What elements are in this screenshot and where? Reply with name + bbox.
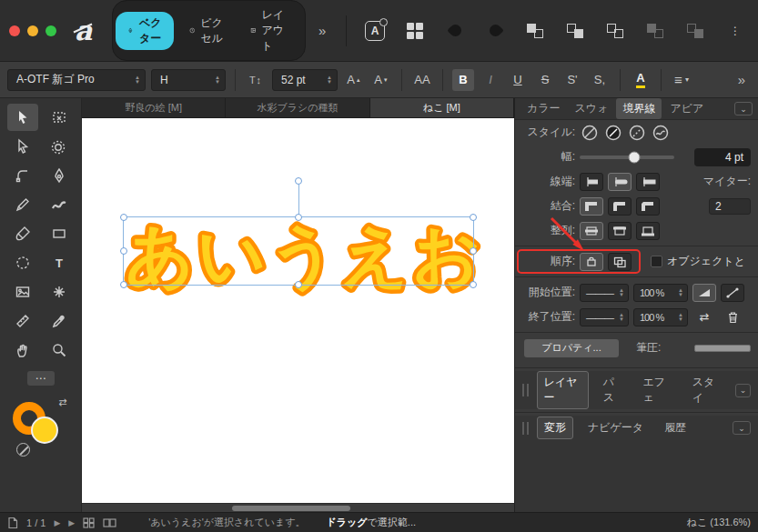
- start-percent-field[interactable]: 100 % ▲▼: [633, 284, 688, 302]
- hand-tool[interactable]: [7, 336, 38, 364]
- join-miter-button[interactable]: [580, 197, 603, 216]
- zoom-tool[interactable]: [44, 336, 75, 364]
- properties-button[interactable]: プロパティ...: [524, 339, 619, 357]
- tab-swatches[interactable]: スウォ: [569, 98, 615, 119]
- tab-appearance[interactable]: アピア: [663, 98, 710, 119]
- artistic-text-icon[interactable]: A: [361, 18, 389, 44]
- ellipse-tool[interactable]: [7, 249, 38, 276]
- profile-editor-button[interactable]: [721, 284, 744, 302]
- style-dashed-button[interactable]: [627, 123, 646, 142]
- tab-history[interactable]: 履歴: [658, 417, 692, 438]
- pencil-tool[interactable]: [7, 191, 38, 218]
- tab-styles[interactable]: スタイ: [686, 372, 727, 408]
- start-line-select[interactable]: ——— ▲▼: [580, 284, 629, 302]
- persona-pixel[interactable]: ピクセル: [177, 12, 235, 50]
- slider-knob[interactable]: [629, 151, 641, 163]
- scale-with-object-checkbox[interactable]: [651, 256, 662, 267]
- tab-color[interactable]: カラー: [520, 98, 567, 119]
- superscript-button[interactable]: S': [561, 69, 583, 91]
- panel-menu-button[interactable]: ⌄: [734, 102, 753, 115]
- more-tools-button[interactable]: ⋯: [27, 371, 55, 386]
- prev-page-button[interactable]: ▶: [54, 518, 60, 527]
- join-round-button[interactable]: [608, 197, 632, 216]
- cap-square-button[interactable]: [636, 173, 660, 191]
- pixel-align-icon[interactable]: [481, 18, 509, 44]
- horizontal-scrollbar[interactable]: [82, 503, 514, 512]
- minimize-window-button[interactable]: [27, 25, 38, 36]
- zoom-window-button[interactable]: [45, 25, 56, 36]
- no-color-swatch[interactable]: [16, 443, 30, 457]
- spread-icon[interactable]: [103, 517, 116, 528]
- miter-value-field[interactable]: 2: [709, 198, 751, 215]
- subscript-button[interactable]: S,: [589, 69, 611, 91]
- capitalization-button[interactable]: AA: [411, 69, 433, 91]
- pages-grid-icon[interactable]: [83, 517, 95, 528]
- corner-tool[interactable]: [7, 162, 38, 189]
- rotation-handle[interactable]: [295, 177, 302, 185]
- panel-menu-button[interactable]: ⌄: [733, 421, 751, 435]
- underline-button[interactable]: U: [507, 69, 529, 91]
- order-duplicate-button[interactable]: [608, 253, 632, 271]
- move-tool[interactable]: [7, 104, 38, 131]
- tab-effects[interactable]: エフェ: [637, 372, 678, 408]
- scrollbar-thumb[interactable]: [232, 506, 350, 511]
- point-transform-tool[interactable]: [44, 278, 75, 306]
- reverse-line-icon[interactable]: ⇄: [692, 308, 716, 326]
- context-toolbar-overflow[interactable]: »: [733, 72, 751, 87]
- font-size-select[interactable]: 52 pt ▲▼: [272, 69, 338, 91]
- doc-tab-1[interactable]: 野良の絵 [M]: [82, 98, 226, 117]
- italic-button[interactable]: I: [480, 69, 501, 91]
- persona-overflow-chevron[interactable]: »: [313, 23, 331, 38]
- panel-grip-icon[interactable]: [522, 384, 529, 396]
- next-page-button[interactable]: ▶: [68, 518, 75, 527]
- rectangle-tool[interactable]: [44, 220, 75, 247]
- tab-navigator[interactable]: ナビゲータ: [581, 417, 650, 438]
- pressure-profile-button[interactable]: [692, 284, 716, 302]
- paragraph-align-button[interactable]: ≡ ▾: [671, 69, 692, 91]
- style-solid-button[interactable]: [603, 123, 622, 142]
- increase-size-button[interactable]: A▲: [343, 69, 365, 91]
- tab-transform[interactable]: 変形: [537, 417, 573, 439]
- selection-handle-nw[interactable]: [120, 214, 127, 221]
- panel-menu-button[interactable]: ⌄: [735, 384, 751, 397]
- divide-icon[interactable]: [642, 18, 669, 44]
- cap-round-button[interactable]: [608, 173, 632, 191]
- selection-handle-n[interactable]: [295, 214, 302, 221]
- width-value-field[interactable]: 4 pt: [694, 148, 751, 166]
- assets-grid-icon[interactable]: [401, 18, 429, 44]
- compound-icon[interactable]: [682, 18, 709, 44]
- font-color-button[interactable]: A: [630, 69, 652, 91]
- pressure-bar[interactable]: [694, 345, 751, 352]
- end-percent-field[interactable]: 100 % ▲▼: [633, 308, 688, 326]
- swap-colors-icon[interactable]: ⇄: [58, 396, 66, 408]
- font-weight-select[interactable]: H ▲▼: [151, 69, 226, 91]
- bold-button[interactable]: B: [452, 69, 474, 91]
- persona-vector[interactable]: ベクター: [116, 12, 173, 50]
- align-inside-button[interactable]: [608, 222, 632, 240]
- snapping-icon[interactable]: [441, 18, 469, 44]
- contour-tool[interactable]: [44, 133, 75, 160]
- join-bevel-button[interactable]: [636, 197, 660, 216]
- align-center-button[interactable]: [580, 222, 603, 240]
- selection-handle-s[interactable]: [295, 281, 302, 288]
- doc-tab-2[interactable]: 水彩ブラシの種類: [226, 98, 369, 117]
- toolbar-overflow-icon[interactable]: ⋮: [722, 18, 749, 44]
- tab-layers[interactable]: レイヤー: [537, 371, 589, 409]
- tab-paths[interactable]: パス: [597, 372, 629, 408]
- order-scale-button[interactable]: [580, 253, 603, 271]
- selection-handle-w[interactable]: [120, 247, 127, 255]
- pen-tool[interactable]: [44, 162, 75, 189]
- font-family-select[interactable]: A-OTF 新ゴ Pro ▲▼: [7, 69, 146, 91]
- selection-handle-se[interactable]: [470, 281, 477, 288]
- persona-layout[interactable]: レイアウト: [238, 4, 302, 57]
- delete-icon[interactable]: [721, 308, 744, 326]
- decrease-size-button[interactable]: A▼: [370, 69, 392, 91]
- node-tool[interactable]: [7, 133, 38, 160]
- selection-handle-e[interactable]: [470, 247, 477, 255]
- insert-behind-icon[interactable]: [521, 18, 549, 44]
- artboard-tool[interactable]: [44, 104, 75, 131]
- canvas[interactable]: あいうえお: [82, 118, 514, 503]
- end-line-select[interactable]: ——— ▲▼: [580, 308, 629, 326]
- width-slider[interactable]: [580, 156, 674, 159]
- measure-tool[interactable]: [7, 307, 38, 335]
